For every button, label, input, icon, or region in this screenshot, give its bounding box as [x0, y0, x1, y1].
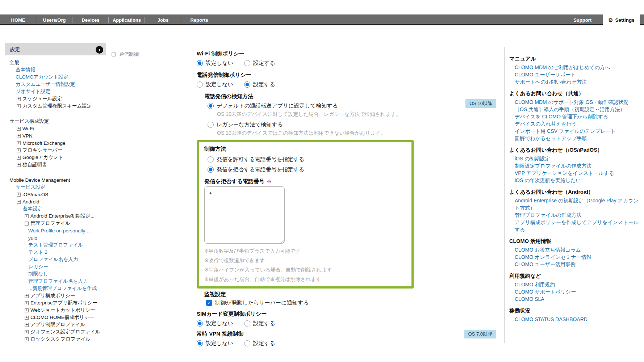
radio-option[interactable]: 発信を拒否する電話番号を指定する: [208, 166, 406, 173]
help-sidebar-item[interactable]: CLOMO MDM のご利用がはじめての方へ: [509, 64, 641, 71]
radio-option[interactable]: デフォルトの通話転送アプリに設定して検知する: [208, 102, 503, 109]
tree-toggle-icon[interactable]: [25, 337, 29, 341]
help-sidebar-item[interactable]: 図解でわかるセットアップ手順: [509, 135, 641, 142]
sidebar-tree-item[interactable]: スケジュール設定: [5, 95, 106, 102]
sidebar-tree-item[interactable]: Googleアカウント: [5, 154, 106, 161]
radio-option[interactable]: 設定する: [244, 60, 275, 67]
sidebar-tree-item[interactable]: VPN: [5, 132, 106, 139]
radio-icon[interactable]: [197, 340, 203, 346]
help-sidebar-item[interactable]: iOS の初期設定: [509, 155, 641, 162]
radio-option[interactable]: レガシーな方法で検知する: [208, 121, 503, 128]
radio-icon[interactable]: [208, 103, 214, 109]
sidebar-tree-item[interactable]: ジオフェンス設定プロファイル: [5, 328, 106, 336]
sidebar-collapse-button[interactable]: ‹: [96, 46, 103, 54]
help-sidebar-item[interactable]: CLOMO STATUS DASHBOARD: [509, 316, 641, 323]
sidebar-tree-item[interactable]: Microsoft Exchange: [5, 139, 106, 147]
tree-toggle-icon[interactable]: [17, 127, 21, 131]
radio-icon[interactable]: [244, 340, 250, 346]
help-sidebar-item[interactable]: サポートへのお問い合わせ方法: [509, 78, 641, 85]
sidebar-tree-item[interactable]: ロックタスクプロファイル: [5, 336, 106, 343]
radio-option[interactable]: 設定しない: [197, 81, 233, 88]
help-sidebar-item[interactable]: VPP アプリケーションをインストールする: [509, 169, 641, 177]
radio-option[interactable]: 設定しない: [197, 320, 233, 327]
sidebar-tree-item[interactable]: 基本設定: [5, 205, 106, 212]
collapse-minus-icon[interactable]: [112, 52, 116, 56]
tree-toggle-icon[interactable]: [25, 308, 29, 312]
radio-option[interactable]: 設定しない: [197, 60, 233, 67]
tree-toggle-icon[interactable]: [25, 330, 29, 334]
radio-option[interactable]: 発信を許可する電話番号を指定する: [208, 156, 406, 163]
sidebar-tree-item[interactable]: 管理プロファイル: [5, 220, 106, 227]
help-sidebar-item[interactable]: よくあるお問い合わせ（iOS/iPadOS）: [509, 147, 641, 153]
help-sidebar-item[interactable]: iOS の年次更新を実施したい: [509, 177, 641, 184]
nav-item[interactable]: Reports: [181, 14, 217, 25]
sidebar-tree-item[interactable]: 制限なし: [5, 270, 106, 278]
sidebar-tree-item[interactable]: ジオサイト設定: [5, 88, 106, 95]
radio-icon[interactable]: [244, 60, 250, 66]
nav-support[interactable]: Support: [573, 14, 591, 25]
help-sidebar-item[interactable]: Android Enterprise の初期設定（Google Play アカウ…: [509, 197, 641, 211]
tree-toggle-icon[interactable]: [17, 156, 21, 160]
sidebar-tree-item[interactable]: Webショートカットポリシー: [5, 307, 106, 314]
tree-toggle-icon[interactable]: [25, 222, 29, 226]
sidebar-tree-item[interactable]: Mobile Device Management: [5, 176, 106, 184]
tree-toggle-icon[interactable]: [17, 104, 21, 108]
radio-icon[interactable]: [208, 156, 214, 163]
sidebar-tree-item[interactable]: レガシー: [5, 263, 106, 270]
help-sidebar-item[interactable]: アプリ構成ポリシーを作成してアプリをインストールする: [509, 219, 641, 233]
tree-toggle-icon[interactable]: [17, 141, 21, 145]
nav-item[interactable]: HOME: [0, 14, 36, 25]
sidebar-tree-item[interactable]: Android Enterprise初期設定...: [5, 212, 106, 220]
nav-item[interactable]: Jobs: [145, 14, 181, 25]
radio-icon[interactable]: [244, 81, 250, 88]
group-communication-control[interactable]: 通信制御: [112, 51, 139, 58]
help-sidebar-item[interactable]: デバイスを CLOMO 管理下から削除する: [509, 113, 641, 120]
sidebar-tree-item[interactable]: テスト 2: [5, 249, 106, 256]
tree-toggle-icon[interactable]: [25, 294, 29, 298]
sidebar-tree-item[interactable]: CLOMO HOME構成ポリシー: [5, 314, 106, 321]
help-sidebar-item[interactable]: よくあるお問い合わせ（共通）: [509, 90, 641, 97]
help-sidebar-item[interactable]: デバイスの入れ替えを行う: [509, 120, 641, 127]
tree-toggle-icon[interactable]: [17, 148, 21, 152]
sidebar-tree-item[interactable]: 独自証明書: [5, 161, 106, 168]
radio-option[interactable]: 設定しない: [197, 340, 233, 347]
sidebar-tree-item[interactable]: サービス設定: [5, 184, 106, 191]
radio-icon[interactable]: [208, 122, 214, 128]
sidebar-tree-item[interactable]: ...新規管理プロファイルを作成: [5, 285, 106, 292]
tree-toggle-icon[interactable]: [17, 200, 21, 204]
tree-toggle-icon[interactable]: [17, 97, 21, 101]
help-sidebar-item[interactable]: CLOMO 活用情報: [509, 238, 641, 244]
help-sidebar-item[interactable]: 管理プロファイルの作成方法: [509, 211, 641, 219]
radio-icon[interactable]: [208, 167, 214, 173]
help-sidebar-item[interactable]: CLOMO お役立ち情報コラム: [509, 246, 641, 253]
sidebar-tree-item[interactable]: プロファイル名を入力: [5, 256, 106, 263]
sidebar-tree-item[interactable]: iOS/macOS: [5, 191, 106, 198]
notify-server-checkbox-row[interactable]: ✓ 制御が発動したらサーバーに通知する: [206, 299, 503, 306]
deny-phone-numbers-textarea[interactable]: +: [204, 186, 285, 244]
sidebar-tree-item[interactable]: 基本情報: [5, 66, 106, 73]
sidebar-tree-item[interactable]: プロキシサーバー: [5, 147, 106, 154]
radio-option[interactable]: 設定する: [244, 320, 275, 327]
nav-item[interactable]: Users/Org: [36, 14, 72, 25]
radio-icon[interactable]: [197, 60, 203, 66]
sidebar-tree-item[interactable]: Wi-Fi: [5, 125, 106, 132]
help-sidebar-item[interactable]: CLOMO サポートポリシー: [509, 288, 641, 295]
help-sidebar-item[interactable]: 利用規約など: [509, 273, 641, 279]
sidebar-tree-item[interactable]: 管理プロファイル名を入力: [5, 278, 106, 285]
help-sidebar-item[interactable]: ［OS 共通］導入の手順（初期設定～活用方法）: [509, 106, 641, 113]
tree-toggle-icon[interactable]: [17, 193, 21, 197]
sidebar-tree-item[interactable]: テスト管理プロファイル: [5, 241, 106, 249]
tree-toggle-icon[interactable]: [25, 301, 29, 305]
tree-toggle-icon[interactable]: [17, 134, 21, 138]
help-sidebar-item[interactable]: CLOMO ユーザー活用事例: [509, 261, 641, 268]
sidebar-tree-item[interactable]: Enterpriseアプリ配布ポリシー: [5, 299, 106, 307]
checkbox-icon[interactable]: ✓: [206, 300, 212, 306]
nav-item[interactable]: Applications: [109, 14, 145, 25]
help-sidebar-item[interactable]: CLOMO SLA: [509, 295, 641, 303]
help-sidebar-item[interactable]: よくあるお問い合わせ（Android）: [509, 189, 641, 195]
help-sidebar-item[interactable]: CLOMO 利用規約: [509, 281, 641, 288]
help-sidebar-item[interactable]: マニュアル: [509, 55, 641, 62]
sidebar-tree-item[interactable]: カスタムユーザー情報設定: [5, 81, 106, 88]
sidebar-tree-item[interactable]: 全般: [5, 59, 106, 66]
radio-icon[interactable]: [197, 81, 203, 88]
